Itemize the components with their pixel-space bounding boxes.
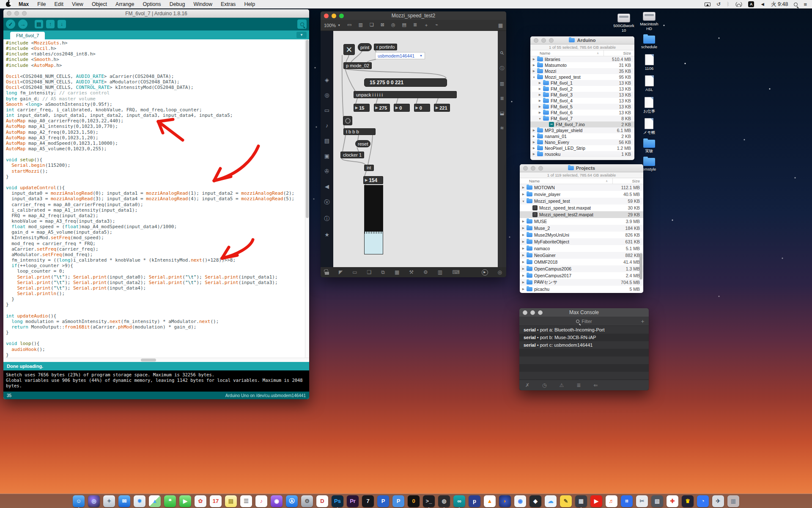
zoom-button[interactable] [549,38,554,43]
finder-row[interactable]: ▶Mozzi35 KB [530,68,634,74]
notification-center-icon[interactable]: ≡ [804,1,807,8]
patcher-sidebar-icon-1[interactable]: ⓘ [500,65,505,72]
dock-premiere[interactable]: Pr [347,495,359,507]
dock-app[interactable]: ✈ [712,495,724,507]
minimize-button[interactable] [530,310,535,315]
finder-row[interactable]: ▶namaco5.1 MB [520,245,643,252]
disclosure-right-icon[interactable]: ▶ [532,146,536,150]
patcher-toolbar-icon-0[interactable]: ▭ [347,22,351,28]
patcher-palette-icon-1[interactable]: ◎ [324,92,329,98]
patcher-toolbar-icon-2[interactable]: ❏ [370,22,374,28]
minimize-button[interactable] [541,38,546,43]
power-icon[interactable]: ◎ [498,269,502,275]
disclosure-right-icon[interactable]: ▶ [521,193,525,196]
max-title-bar[interactable]: Mozzi_speed_test2 [321,11,506,20]
window-controls[interactable] [7,11,27,16]
menu-item-window[interactable]: Window [189,0,216,8]
patcher-sidebar-icon-5[interactable]: ≋ [500,125,504,131]
console-row[interactable]: serial • port a: Bluetooth-Incoming-Port [519,326,649,334]
disclosure-right-icon[interactable]: ▶ [521,233,525,237]
receive-portinfo-object[interactable]: r portinfo [374,44,397,50]
patcher-bottom-icon-2[interactable]: ❏ [367,269,372,275]
patcher-toolbar-icon-5[interactable]: ▤ [402,22,406,28]
disclosure-right-icon[interactable]: ▶ [538,105,542,108]
dock-app[interactable]: 7 [362,495,374,507]
finder-row[interactable]: ▶Muse2MyoUniUni826 KB [520,232,643,238]
dock-facetime[interactable]: ▶ [179,495,191,507]
close-button[interactable] [534,38,538,43]
desktop-icon-doc[interactable]: 1106 [645,54,654,71]
column-size[interactable]: Size [632,179,640,183]
finder-row[interactable]: ▼Mozzi_speed_test95 KB [530,74,634,80]
open-sketch-button[interactable]: ↑ [46,20,55,28]
disclosure-right-icon[interactable]: ▶ [521,267,525,271]
code-editor[interactable]: #include <MozziGuts.h>#include <Oscil.h>… [3,39,309,358]
console-tool-icon-3[interactable]: ≣ [576,382,581,388]
dock-chrome[interactable]: ◉ [514,495,526,507]
patcher-toolbar-icon-8[interactable]: ⌁ [435,22,438,28]
disclosure-right-icon[interactable]: ▶ [521,247,525,250]
finder-row[interactable]: ▶OpenCampus20061.3 MB [520,265,643,272]
apple-menu-icon[interactable] [6,2,11,7]
dock-app[interactable]: ☁ [545,495,557,507]
dock-app[interactable]: D [316,495,328,507]
dock-appstore[interactable]: Ⓐ [286,495,298,507]
window-controls[interactable] [523,310,543,315]
disclosure-right-icon[interactable]: ▶ [538,99,542,102]
volume-icon[interactable]: ◄ [760,1,765,7]
dock-photoshop[interactable]: Ps [332,495,343,507]
dock-app[interactable]: ✂ [636,495,648,507]
dock-podcasts[interactable]: ◉ [271,495,283,507]
dock-terminal[interactable]: >_ [423,495,435,507]
finder-row[interactable]: ▶FM_6vol_413 KB [530,98,634,104]
grid-icon[interactable]: ▦ [498,22,503,28]
disclosure-down-icon[interactable]: ▼ [521,200,525,203]
window-controls[interactable] [534,38,554,43]
finder-row[interactable]: ▼FM_6vol_78 KB [530,116,634,121]
finder-row[interactable]: ▶libraries510.4 MB [530,56,634,62]
finder-row[interactable]: ▶movie_player40.5 MB [520,191,643,198]
time-machine-icon[interactable]: ↺ [716,1,721,7]
patcher-sidebar-icon-0[interactable]: ⚲ [499,50,505,56]
dock-max[interactable]: ◍ [438,495,450,507]
dock-app[interactable]: ✚ [667,495,678,507]
add-icon[interactable]: ＋ [640,318,645,325]
patcher-palette-icon-3[interactable]: ♪ [326,122,329,129]
disclosure-right-icon[interactable]: ▶ [521,260,525,264]
finder-row[interactable]: ▶picachu5 MB [520,286,643,293]
dock-safari[interactable]: ✵ [134,495,145,507]
patcher-palette-icon-7[interactable]: ◀ [325,183,329,190]
finder-row[interactable]: ∞FM_6vol_7.ino2 KB [530,121,634,127]
arduino-title-bar[interactable]: FM_6vol_7 | Arduino 1.8.16 [3,9,309,18]
console-tool-icon-0[interactable]: ✗ [525,382,529,388]
finder-row[interactable]: ▶MyFaboriteObject631 KB [520,238,643,245]
menu-item-options[interactable]: Options [139,0,165,8]
dock-app[interactable]: ◔ [697,495,709,507]
disclosure-right-icon[interactable]: ▶ [538,87,542,91]
dock-reminders[interactable]: ☰ [240,495,252,507]
menu-clock[interactable]: 火 9:48 [771,1,788,8]
patcher-bottom-icon-8[interactable]: ⌨ [452,269,459,275]
column-size[interactable]: Size [623,51,631,55]
dock-mail[interactable]: ✉ [118,495,130,507]
desktop-icon-folder[interactable]: emstyle [642,158,656,172]
minimize-button[interactable] [332,14,336,18]
save-sketch-button[interactable]: ↓ [58,20,66,28]
disclosure-right-icon[interactable]: ▶ [521,287,525,291]
patcher-palette-icon-8[interactable]: ⓥ [324,199,330,206]
close-button[interactable] [523,166,528,171]
dock-photos[interactable]: ✿ [195,495,206,507]
dock-maps[interactable]: ▲ [149,495,161,507]
reset-message[interactable]: reset [355,140,370,147]
finder-row[interactable]: ▶OpenCampus20172.4 MB [520,272,643,279]
dock-finder[interactable]: ☺ [73,495,85,507]
port-menu-dropdown[interactable]: usbmodem146441▼ [375,52,425,59]
dock-firefox[interactable]: ◗ [499,495,511,507]
patcher-palette-icon-6[interactable]: ✇ [325,168,329,174]
disclosure-right-icon[interactable]: ▶ [538,93,542,97]
clocker-object[interactable]: clocker 1 [340,152,364,158]
dock-app[interactable]: ♬ [606,495,617,507]
int-object[interactable]: int [364,165,374,171]
patcher-toolbar-icon-4[interactable]: ◎ [391,22,395,28]
menu-item-view[interactable]: View [68,0,88,8]
